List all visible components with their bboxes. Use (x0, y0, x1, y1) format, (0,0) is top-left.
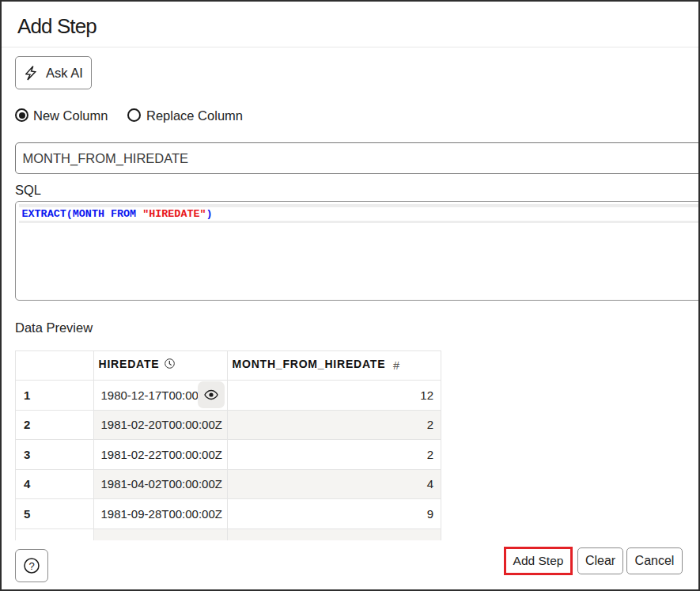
svg-text:?: ? (28, 560, 34, 572)
